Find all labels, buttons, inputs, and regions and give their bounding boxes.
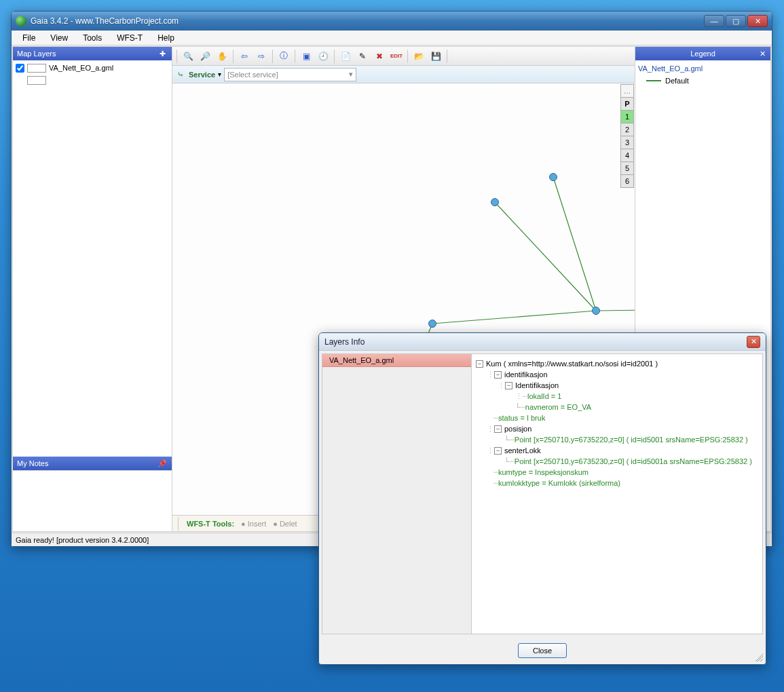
maximize-button[interactable]: ▢ [726,15,746,27]
left-pane: Map Layers ✚ VA_Nett_EO_a.gml My Notes � [13,47,172,531]
service-bar: ⤷ Service ▾ [Select service] ▾ [172,66,635,83]
menubar: File View Tools WFS-T Help [12,31,772,45]
dialog-close-icon[interactable]: ✕ [747,336,760,348]
layer-row-empty [14,74,170,86]
legend-item: Default [638,74,768,85]
map-layers-header: Map Layers ✚ [13,47,172,60]
notes-body[interactable] [13,470,172,531]
page-4[interactable]: 4 [620,149,634,162]
dialog-title: Layers Info [324,337,365,347]
status-text: Gaia ready! [product version 3.4.2.0000] [16,536,149,544]
notes-pin-icon[interactable]: 📌 [157,459,168,468]
service-dropdown-icon[interactable]: ▾ [218,71,221,78]
legend-close-icon[interactable]: ✕ [757,49,768,58]
layers-info-dialog: Layers Info ✕ VA_Nett_EO_a.gml −Kum ( xm… [318,332,766,665]
page-header: P [620,97,634,111]
chevron-down-icon: ▾ [349,70,353,79]
clock-icon[interactable]: 🕘 [316,49,331,64]
wfst-label: WFS-T Tools: [187,520,234,528]
legend-layer-name[interactable]: VA_Nett_EO_a.gml [638,63,768,74]
svg-point-7 [593,307,600,315]
page-3[interactable]: 3 [620,136,634,149]
menu-view[interactable]: View [43,32,75,44]
new-doc-icon[interactable]: 📄 [338,49,353,64]
service-label: Service [189,71,215,79]
layer-visibility-checkbox[interactable] [16,64,24,73]
edit-icon[interactable]: ✎ [355,49,370,64]
minimize-button[interactable]: — [704,15,724,27]
pan-icon[interactable]: ✋ [214,49,229,64]
page-1[interactable]: 1 [620,110,634,123]
svg-point-8 [429,320,436,328]
svg-line-3 [596,309,635,311]
layers-list: VA_Nett_EO_a.gml [13,60,172,457]
wfst-delete-button[interactable]: ● Delet [273,520,297,528]
add-layer-icon[interactable]: ✚ [157,49,168,58]
svg-point-5 [491,199,499,206]
service-tree-icon[interactable]: ⤷ [175,69,186,80]
layer-row[interactable]: VA_Nett_EO_a.gml [14,62,170,74]
legend-header: Legend ✕ [635,47,770,60]
page-selector: … P 1 2 3 4 5 6 [620,85,634,188]
dialog-tree[interactable]: −Kum ( xmlns=http://www.statkart.no/sosi… [472,354,762,634]
layer-swatch [27,64,46,73]
dialog-titlebar[interactable]: Layers Info ✕ [319,333,766,351]
layer-name: VA_Nett_EO_a.gml [49,64,113,72]
legend-line-symbol [646,80,661,81]
my-notes-header: My Notes 📌 [13,457,172,470]
menu-wfst[interactable]: WFS-T [110,32,149,44]
main-toolbar: 🔍 🔎 ✋ ⇦ ⇨ ⓘ ▣ 🕘 📄 ✎ ✖ EDIT 📂 💾 [172,47,635,66]
dialog-layer-item[interactable]: VA_Nett_EO_a.gml [322,354,471,367]
layer-swatch [27,76,46,85]
forward-icon[interactable]: ⇨ [254,49,269,64]
close-button[interactable]: Close [518,643,567,658]
svg-line-1 [553,177,596,311]
zoom-out-icon[interactable]: 🔎 [198,49,212,64]
zoom-in-icon[interactable]: 🔍 [181,49,195,64]
page-6[interactable]: 6 [620,174,634,188]
menu-file[interactable]: File [16,32,42,44]
legend-item-label: Default [665,77,689,85]
open-icon[interactable]: 📂 [411,49,426,64]
back-icon[interactable]: ⇦ [237,49,252,64]
delete-icon[interactable]: ✖ [372,49,387,64]
wfst-insert-button[interactable]: ● Insert [241,520,266,528]
my-notes-title: My Notes [17,459,48,467]
extent-icon[interactable]: ▣ [299,49,314,64]
service-select[interactable]: [Select service] ▾ [224,68,356,81]
titlebar[interactable]: Gaia 3.4.2 - www.TheCarbonProject.com — … [12,12,772,31]
svg-point-6 [550,174,557,181]
menu-help[interactable]: Help [151,32,181,44]
map-layers-title: Map Layers [17,50,56,58]
menu-tools[interactable]: Tools [76,32,109,44]
dialog-footer: Close [319,637,766,664]
resize-grip[interactable] [755,653,763,661]
page-2[interactable]: 2 [620,123,634,136]
close-button[interactable]: ✕ [747,15,768,27]
service-placeholder: [Select service] [227,71,278,79]
svg-line-2 [432,311,596,324]
page-more[interactable]: … [620,84,634,98]
window-title: Gaia 3.4.2 - www.TheCarbonProject.com [31,16,704,26]
dialog-layer-list: VA_Nett_EO_a.gml [322,354,472,634]
edit-mode-icon[interactable]: EDIT [389,49,404,64]
app-icon [16,16,26,26]
save-icon[interactable]: 💾 [428,49,443,64]
legend-title: Legend [690,50,715,58]
info-icon[interactable]: ⓘ [276,49,291,64]
svg-line-0 [495,202,596,311]
page-5[interactable]: 5 [620,161,634,175]
